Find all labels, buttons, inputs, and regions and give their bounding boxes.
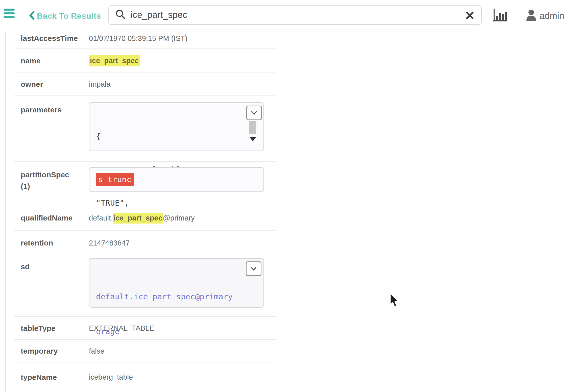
row-value: false xyxy=(89,340,104,362)
row-value: 2147483647 xyxy=(89,231,130,255)
row-label: parameters xyxy=(21,106,85,114)
mouse-cursor xyxy=(389,293,399,309)
table-row-qualifiedName: qualifiedName default.ice_part_spec@prim… xyxy=(14,205,276,231)
row-label: owner xyxy=(21,72,85,96)
row-label: tableType xyxy=(21,317,85,340)
row-value: ice_part_spec xyxy=(89,49,140,72)
app-header: Back To Results xyxy=(0,0,583,32)
table-row-owner: owner impala xyxy=(14,72,276,96)
row-value: impala xyxy=(89,72,110,96)
search-input[interactable] xyxy=(130,7,481,23)
expand-toggle-button[interactable] xyxy=(246,106,262,120)
scrollbar-down-arrow[interactable] xyxy=(249,137,257,141)
row-label: retention xyxy=(21,231,85,255)
row-value: iceberg_table xyxy=(89,362,133,392)
right-panel xyxy=(279,32,583,392)
parameters-json-box[interactable]: { "external.table.purge": "TRUE", xyxy=(89,102,264,151)
clear-icon[interactable] xyxy=(465,10,475,21)
menu-icon[interactable] xyxy=(4,9,15,22)
table-row-typeName: typeName iceberg_table xyxy=(14,362,276,392)
row-value: EXTERNAL_TABLE xyxy=(89,317,154,340)
search-box[interactable] xyxy=(108,5,482,25)
atlas-entity-detail-page: Back To Results xyxy=(0,0,583,392)
stats-icon[interactable] xyxy=(493,8,508,23)
row-value: default.ice_part_spec@primary xyxy=(89,205,195,231)
sd-link-box[interactable]: default.ice_part_spec@primary_ orage xyxy=(89,258,264,308)
row-label: partitionSpec (1) xyxy=(21,170,85,191)
row-label: sd xyxy=(21,262,85,271)
user-name-label: admin xyxy=(540,11,564,21)
row-label: name xyxy=(21,49,85,72)
search-highlight: ice_part_spec xyxy=(89,55,140,66)
expand-toggle-button[interactable] xyxy=(246,261,261,276)
table-row-partitionSpec: partitionSpec (1) s_trunc xyxy=(14,162,276,205)
chevron-down-icon xyxy=(250,110,258,116)
table-row-retention: retention 2147483647 xyxy=(14,231,276,255)
table-row-sd: sd default.ice_part_spec@primary_ orage xyxy=(14,255,276,317)
chevron-down-icon xyxy=(250,266,257,272)
table-row-tableType: tableType EXTERNAL_TABLE xyxy=(14,317,276,340)
back-chevron-icon xyxy=(29,11,35,21)
scrollbar-thumb[interactable] xyxy=(249,121,256,134)
table-row-name: name ice_part_spec xyxy=(14,49,276,72)
content-left-border xyxy=(5,32,6,392)
search-icon xyxy=(115,9,126,21)
search-highlight: ice_part_spec xyxy=(113,213,163,224)
user-icon xyxy=(526,9,537,22)
back-to-results-link[interactable]: Back To Results xyxy=(29,0,101,32)
user-menu[interactable]: admin xyxy=(526,0,564,32)
selected-text: s_trunc xyxy=(96,173,134,186)
row-label: typeName xyxy=(21,362,85,392)
table-row-temporary: temporary false xyxy=(14,340,276,362)
row-label: temporary xyxy=(21,340,85,362)
partition-spec-box[interactable]: s_trunc xyxy=(89,167,264,192)
row-label-count: (1) xyxy=(21,182,85,191)
table-row-parameters: parameters { "external.table.purge": "TR… xyxy=(14,96,276,162)
back-link-label: Back To Results xyxy=(37,11,101,21)
row-label: qualifiedName xyxy=(21,205,85,231)
